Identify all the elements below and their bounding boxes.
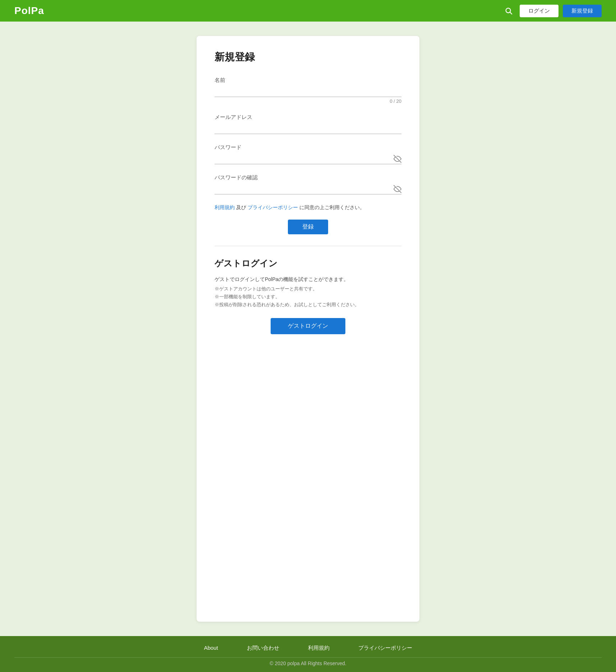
- password-confirm-input-wrapper: [215, 183, 401, 194]
- footer-link-terms[interactable]: 利用規約: [308, 645, 330, 652]
- footer-link-privacy[interactable]: プライバシーポリシー: [358, 645, 412, 652]
- header: PolPa ログイン 新規登録: [0, 0, 616, 22]
- password-confirm-toggle-button[interactable]: [394, 185, 401, 193]
- eye-off-confirm-icon: [394, 185, 401, 193]
- register-header-button[interactable]: 新規登録: [563, 5, 602, 17]
- password-confirm-input[interactable]: [215, 183, 401, 194]
- email-label: メールアドレス: [215, 114, 401, 121]
- search-button[interactable]: [502, 5, 515, 16]
- guest-button-area: ゲストログイン: [215, 318, 401, 334]
- main-content: 新規登録 名前 0 / 20 メールアドレス パスワード: [0, 22, 616, 636]
- privacy-link[interactable]: プライバシーポリシー: [248, 204, 298, 210]
- password-field-group: パスワード: [215, 144, 401, 164]
- name-input[interactable]: [215, 86, 401, 97]
- header-actions: ログイン 新規登録: [502, 5, 602, 17]
- logo: PolPa: [14, 5, 502, 17]
- login-button[interactable]: ログイン: [520, 5, 558, 17]
- search-icon: [505, 7, 512, 15]
- terms-suffix: に同意の上ご利用ください。: [298, 204, 365, 210]
- name-label: 名前: [215, 77, 401, 84]
- password-confirm-field-group: パスワードの確認: [215, 174, 401, 194]
- terms-link[interactable]: 利用規約: [215, 204, 235, 210]
- footer-copyright: © 2020 polpa All Rights Reserved.: [14, 657, 602, 666]
- password-confirm-label: パスワードの確認: [215, 174, 401, 181]
- submit-area: 登録: [215, 220, 401, 234]
- password-toggle-button[interactable]: [394, 155, 401, 163]
- guest-note-3: ※投稿が削除される恐れがあるため、お試しとしてご利用ください。: [215, 302, 401, 308]
- terms-middle: 及び: [235, 204, 248, 210]
- registration-card: 新規登録 名前 0 / 20 メールアドレス パスワード: [197, 36, 419, 622]
- name-field-group: 名前 0 / 20: [215, 77, 401, 104]
- footer-link-contact[interactable]: お問い合わせ: [247, 645, 279, 652]
- divider: [215, 246, 401, 246]
- eye-off-icon: [394, 155, 401, 163]
- guest-section: ゲストログイン ゲストでログインしてPolPaの機能を試すことができます。 ※ゲ…: [215, 258, 401, 334]
- guest-description: ゲストでログインしてPolPaの機能を試すことができます。: [215, 276, 401, 283]
- terms-row: 利用規約 及び プライバシーポリシー に同意の上ご利用ください。: [215, 204, 401, 211]
- email-input[interactable]: [215, 123, 401, 134]
- email-field-group: メールアドレス: [215, 114, 401, 134]
- password-label: パスワード: [215, 144, 401, 151]
- guest-login-button[interactable]: ゲストログイン: [271, 318, 345, 334]
- guest-note-1: ※ゲストアカウントは他のユーザーと共有です。: [215, 286, 401, 292]
- guest-section-title: ゲストログイン: [215, 258, 401, 269]
- submit-button[interactable]: 登録: [288, 220, 328, 234]
- char-count: 0 / 20: [215, 98, 401, 104]
- footer-link-about[interactable]: About: [204, 645, 218, 652]
- footer-nav: About お問い合わせ 利用規約 プライバシーポリシー: [14, 645, 602, 652]
- guest-note-2: ※一部機能を制限しています。: [215, 294, 401, 300]
- page-title: 新規登録: [215, 50, 401, 64]
- footer: About お問い合わせ 利用規約 プライバシーポリシー © 2020 polp…: [0, 636, 616, 672]
- password-input[interactable]: [215, 153, 401, 164]
- svg-line-1: [510, 12, 512, 14]
- password-input-wrapper: [215, 153, 401, 164]
